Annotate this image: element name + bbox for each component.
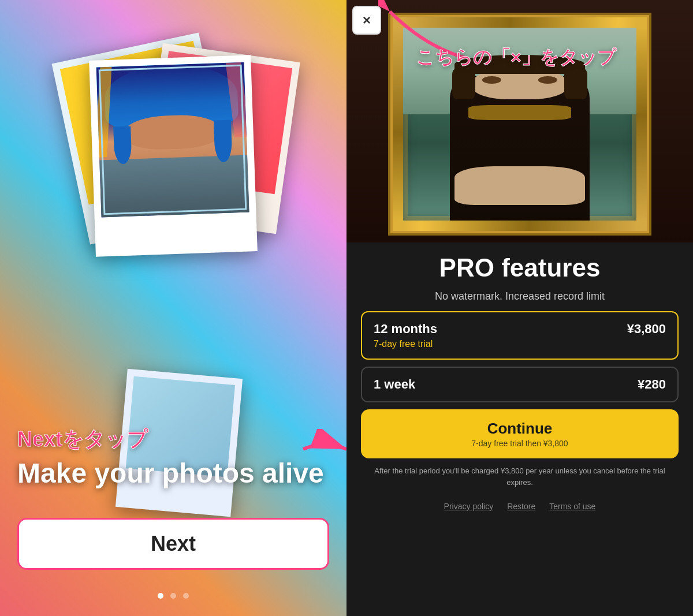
mona-lisa-section: × こちらの「×」をタップ bbox=[346, 0, 693, 242]
pagination-dot-2 bbox=[170, 593, 176, 599]
restore-link[interactable]: Restore bbox=[507, 502, 535, 511]
pricing-duration-1week: 1 week bbox=[374, 377, 415, 392]
pricing-row-12months: 12 months ¥3,800 bbox=[374, 322, 666, 337]
pricing-option-1week[interactable]: 1 week ¥280 bbox=[361, 367, 679, 402]
close-icon: × bbox=[363, 13, 371, 27]
trial-notice: After the trial period you'll be charged… bbox=[361, 465, 679, 488]
pricing-option-12months[interactable]: 12 months ¥3,800 7-day free trial bbox=[361, 311, 679, 360]
japanese-instruction-right: こちらの「×」をタップ bbox=[416, 46, 687, 68]
footer-links: Privacy policy Restore Terms of use bbox=[361, 495, 679, 520]
continue-sublabel: 7-day free trial then ¥3,800 bbox=[471, 439, 568, 448]
japanese-instruction-left: Nextをタップ bbox=[17, 425, 324, 454]
pagination-dot-3 bbox=[183, 593, 189, 599]
arrow-right-annotation bbox=[300, 429, 346, 472]
pricing-row-1week: 1 week ¥280 bbox=[374, 377, 666, 392]
continue-label: Continue bbox=[487, 420, 553, 438]
pagination-dot-1 bbox=[158, 593, 163, 599]
pricing-trial-12months: 7-day free trial bbox=[374, 339, 666, 349]
pro-title: PRO features bbox=[361, 254, 679, 282]
left-panel: Nextをタップ Make your photos alive Next bbox=[0, 0, 346, 616]
terms-of-use-link[interactable]: Terms of use bbox=[549, 502, 595, 511]
next-button[interactable]: Next bbox=[17, 518, 329, 570]
close-button[interactable]: × bbox=[352, 6, 381, 35]
left-text-overlay: Nextをタップ Make your photos alive bbox=[17, 425, 324, 489]
next-button-container: Next bbox=[17, 518, 329, 570]
pro-content: PRO features No watermark. Increased rec… bbox=[346, 242, 693, 616]
pagination-dots bbox=[0, 593, 346, 599]
pricing-duration-12months: 12 months bbox=[374, 322, 437, 337]
continue-button[interactable]: Continue 7-day free trial then ¥3,800 bbox=[361, 409, 679, 458]
polaroid-main bbox=[89, 55, 258, 257]
privacy-policy-link[interactable]: Privacy policy bbox=[444, 502, 494, 511]
pricing-price-12months: ¥3,800 bbox=[627, 322, 666, 337]
polaroid-photo bbox=[96, 62, 249, 218]
pro-subtitle: No watermark. Increased record limit bbox=[361, 289, 679, 304]
right-panel: × こちらの「×」をタップ PRO features No watermark.… bbox=[346, 0, 693, 616]
main-title: Make your photos alive bbox=[17, 458, 324, 489]
pricing-price-1week: ¥280 bbox=[638, 377, 666, 392]
